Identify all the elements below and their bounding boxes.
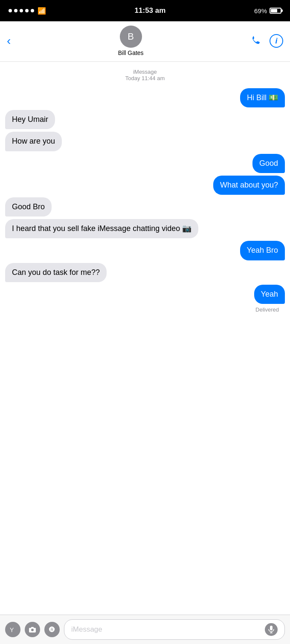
contact-info: B Bill Gates	[118, 26, 144, 56]
back-button[interactable]: ‹	[7, 35, 11, 47]
table-row: I heard that you sell fake iMessage chat…	[5, 219, 285, 238]
avatar: B	[120, 26, 142, 48]
wifi-icon: 📶	[38, 7, 46, 15]
call-button[interactable]	[251, 34, 263, 49]
message-input[interactable]: iMessage	[64, 619, 285, 640]
nav-actions: i	[251, 34, 283, 49]
input-bar: Y 🅐 iMessage	[0, 615, 290, 644]
app-store-button[interactable]: 🅐	[44, 622, 60, 637]
table-row: Good Bro	[5, 197, 285, 217]
message-bubble-sent: Yeah Bro	[240, 241, 285, 260]
contact-name: Bill Gates	[118, 49, 144, 56]
table-row: Hi Bill 💵	[5, 88, 285, 107]
timestamp-value: Today 11:44 am	[5, 75, 285, 81]
table-row: Can you do task for me??	[5, 263, 285, 282]
message-bubble-received: Can you do task for me??	[5, 263, 107, 282]
svg-text:🅐: 🅐	[49, 626, 55, 633]
platform-label: iMessage	[5, 69, 285, 75]
message-bubble-sent: Hi Bill 💵	[240, 88, 285, 107]
table-row: Hey Umair	[5, 110, 285, 129]
message-bubble-sent: What about you?	[213, 176, 285, 195]
battery-icon	[270, 8, 281, 14]
table-row: How are you	[5, 132, 285, 151]
message-bubble-received: I heard that you sell fake iMessage chat…	[5, 219, 198, 238]
delivered-status: Delivered	[5, 306, 279, 313]
status-right: 69%	[254, 7, 281, 14]
message-bubble-sent: Good	[252, 154, 285, 173]
messages-area: iMessage Today 11:44 am Hi Bill 💵 Hey Um…	[0, 62, 290, 615]
nav-header: ‹ B Bill Gates i	[0, 21, 290, 62]
info-button[interactable]: i	[270, 34, 283, 48]
status-left: 📶	[9, 7, 46, 15]
y-button[interactable]: Y	[5, 622, 20, 637]
signal-dots	[9, 9, 34, 12]
battery-percent: 69%	[254, 7, 267, 14]
status-bar: 📶 11:53 am 69%	[0, 0, 290, 21]
input-placeholder: iMessage	[71, 625, 102, 634]
table-row: Yeah	[5, 285, 285, 304]
mic-button[interactable]	[265, 623, 278, 636]
message-timestamp: iMessage Today 11:44 am	[5, 69, 285, 81]
camera-button[interactable]	[25, 622, 40, 637]
message-bubble-received: Good Bro	[5, 197, 52, 217]
svg-point-2	[31, 629, 34, 631]
message-bubble-received: How are you	[5, 132, 62, 151]
status-time: 11:53 am	[135, 6, 166, 15]
svg-rect-3	[31, 627, 34, 628]
message-bubble-sent: Yeah	[254, 285, 285, 304]
table-row: Yeah Bro	[5, 241, 285, 260]
table-row: What about you?	[5, 176, 285, 195]
svg-rect-5	[270, 626, 273, 630]
svg-text:Y: Y	[10, 627, 14, 633]
message-bubble-received: Hey Umair	[5, 110, 55, 129]
table-row: Good	[5, 154, 285, 173]
